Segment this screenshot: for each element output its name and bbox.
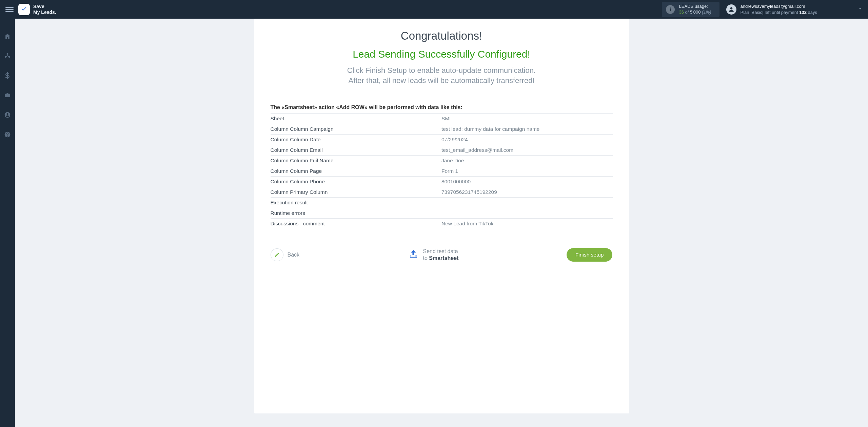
nav-profile[interactable] [0, 109, 15, 120]
account-dropdown-toggle[interactable] [817, 6, 863, 12]
row-value: New Lead from TikTok [441, 219, 613, 229]
usage-pct: (1%) [702, 9, 711, 15]
table-row: Discussions - commentNew Lead from TikTo… [271, 219, 613, 229]
usage-indicator[interactable]: i LEADS usage: 36 of 5'000 (1%) [662, 2, 719, 17]
row-label: Column Primary Column [271, 187, 442, 198]
table-row: Execution result [271, 198, 613, 208]
brand-line-1: Save [33, 4, 56, 9]
avatar-icon [726, 4, 736, 15]
row-value [441, 198, 613, 208]
sidebar-nav [0, 19, 15, 427]
row-label: Runtime errors [271, 208, 442, 219]
info-icon: i [666, 5, 675, 14]
nav-home[interactable] [0, 31, 15, 42]
send-test-button[interactable]: Send test data to Smartsheet [408, 248, 459, 262]
account-info: andrewsavemyleads@gmail.com Plan |Basic|… [741, 3, 817, 15]
row-label: Column Column Fuil Name [271, 156, 442, 166]
menu-toggle-button[interactable] [5, 5, 14, 14]
table-row: Column Column PageForm 1 [271, 166, 613, 177]
send-test-text: Send test data to Smartsheet [423, 248, 459, 262]
send-test-service: Smartsheet [429, 255, 458, 261]
account-menu[interactable]: andrewsavemyleads@gmail.com Plan |Basic|… [726, 3, 817, 15]
preview-data-table: SheetSMLColumn Column Campaigntest lead:… [271, 113, 613, 229]
row-value: Form 1 [441, 166, 613, 177]
table-row: Column Column Phone8001000000 [271, 177, 613, 187]
row-label: Execution result [271, 198, 442, 208]
button-row: Back Send test data to Smartsheet Finish… [271, 248, 613, 262]
row-label: Column Column Page [271, 166, 442, 177]
instructions-line-1: Click Finish Setup to enable auto-update… [271, 65, 613, 76]
table-row: SheetSML [271, 114, 613, 124]
row-value [441, 208, 613, 219]
table-row: Runtime errors [271, 208, 613, 219]
row-value: test_email_address@mail.com [441, 145, 613, 156]
success-heading: Lead Sending Successfully Configured! [271, 48, 613, 60]
brand-name: Save My Leads. [33, 4, 56, 15]
table-row: Column Column Date07/29/2024 [271, 135, 613, 145]
usage-of: of [685, 9, 689, 15]
row-label: Discussions - comment [271, 219, 442, 229]
finish-setup-button[interactable]: Finish setup [567, 248, 613, 262]
back-button[interactable]: Back [271, 248, 300, 261]
row-label: Column Column Email [271, 145, 442, 156]
congrats-heading: Congratulations! [271, 29, 613, 42]
nav-help[interactable] [0, 129, 15, 140]
content-area: Congratulations! Lead Sending Successful… [15, 19, 868, 427]
app-header: Save My Leads. i LEADS usage: 36 of 5'00… [0, 0, 868, 19]
row-label: Column Column Date [271, 135, 442, 145]
action-title: The «Smartsheet» action «Add ROW» will b… [271, 104, 613, 110]
send-test-line1: Send test data [423, 248, 459, 255]
row-value: test lead: dummy data for campaign name [441, 124, 613, 135]
row-value: 7397056231745192209 [441, 187, 613, 198]
instructions-line-2: After that, all new leads will be automa… [271, 76, 613, 86]
nav-briefcase[interactable] [0, 90, 15, 101]
account-plan: Plan |Basic| left until payment 132 days [741, 9, 817, 16]
nav-connections[interactable] [0, 50, 15, 61]
account-email: andrewsavemyleads@gmail.com [741, 3, 817, 9]
app-logo[interactable] [18, 4, 30, 15]
usage-text: LEADS usage: 36 of 5'000 (1%) [679, 4, 711, 15]
check-icon [21, 5, 27, 14]
send-test-to: to [423, 255, 429, 261]
pencil-icon [271, 248, 283, 261]
row-value: SML [441, 114, 613, 124]
usage-total: 5'000 [690, 9, 701, 15]
row-label: Column Column Campaign [271, 124, 442, 135]
table-row: Column Column Campaigntest lead: dummy d… [271, 124, 613, 135]
nav-billing[interactable] [0, 70, 15, 81]
usage-used: 36 [679, 9, 684, 15]
row-label: Column Column Phone [271, 177, 442, 187]
row-value: Jane Doe [441, 156, 613, 166]
table-row: Column Primary Column7397056231745192209 [271, 187, 613, 198]
setup-complete-card: Congratulations! Lead Sending Successful… [254, 19, 629, 413]
table-row: Column Column Emailtest_email_address@ma… [271, 145, 613, 156]
table-row: Column Column Fuil NameJane Doe [271, 156, 613, 166]
upload-icon [408, 249, 419, 261]
usage-label: LEADS usage: [679, 4, 711, 9]
row-value: 07/29/2024 [441, 135, 613, 145]
row-value: 8001000000 [441, 177, 613, 187]
brand-line-2: My Leads. [33, 9, 56, 15]
back-label: Back [288, 252, 300, 258]
row-label: Sheet [271, 114, 442, 124]
instructions-text: Click Finish Setup to enable auto-update… [271, 65, 613, 85]
